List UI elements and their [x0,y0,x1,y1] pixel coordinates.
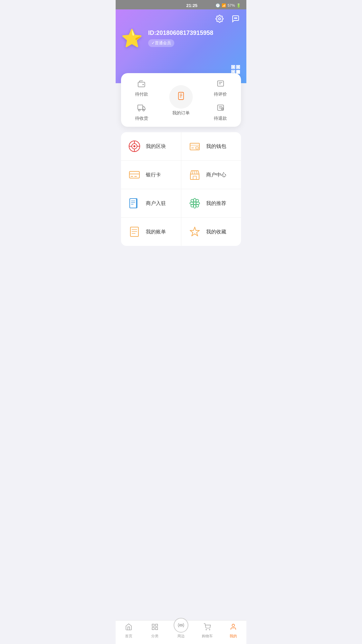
order-card: 待付款 待收货 [121,73,241,127]
pending-payment-label: 待付款 [135,91,148,97]
battery-label: 57% [228,3,235,7]
my-block-cell[interactable]: 我的区块 [121,132,181,160]
svg-rect-53 [130,199,136,208]
svg-point-1 [234,18,235,18]
order-right-items: 待评价 待退款 [214,80,227,121]
my-order-center[interactable]: 我的订单 [169,85,193,116]
pending-payment-item[interactable]: 待付款 [135,80,148,97]
member-badge-label: ✓普通会员 [152,40,171,46]
bank-card-label: 银行卡 [146,172,161,178]
svg-rect-15 [138,82,145,87]
bank-card-cell[interactable]: 银行卡 [121,161,181,189]
svg-rect-7 [233,66,234,68]
block-icon [128,140,141,153]
star2-icon [188,225,201,238]
merchant-center-label: 商户中心 [206,172,226,178]
svg-point-37 [133,145,135,147]
my-favorites-cell[interactable]: 我的收藏 [181,218,241,246]
my-block-label: 我的区块 [146,143,166,150]
member-badge: ✓普通会员 [148,39,174,47]
svg-point-59 [193,205,196,208]
menu-row-2: 银行卡 商户中心 [121,161,241,189]
card-icon [128,168,141,181]
merchant-center-cell[interactable]: 商户中心 [181,161,241,189]
svg-rect-9 [233,71,234,72]
message-button[interactable] [230,13,241,24]
avatar: ⭐ [121,30,143,47]
wallet2-icon [188,140,201,153]
svg-point-58 [193,199,196,202]
svg-rect-43 [129,173,139,175]
merchant-join-label: 商户入驻 [146,200,166,207]
svg-point-18 [138,109,140,111]
header-actions [121,13,241,24]
pending-refund-label: 待退款 [214,115,227,121]
svg-rect-11 [237,70,238,72]
svg-rect-12 [238,70,240,72]
svg-point-16 [143,84,143,85]
svg-point-3 [236,18,237,18]
truck-icon [137,104,145,114]
merchant-join-cell[interactable]: 商户入驻 [121,189,181,217]
pending-refund-item[interactable]: 待退款 [214,104,227,121]
wallet-icon [137,80,145,90]
order-left-items: 待付款 待收货 [135,80,148,121]
svg-rect-24 [218,81,224,86]
menu-row-1: 我的区块 我的钱包 [121,132,241,161]
svg-rect-20 [178,92,183,100]
order-list-icon [177,92,185,102]
pending-review-label: 待评价 [214,91,227,97]
my-bill-label: 我的账单 [146,229,166,235]
my-recommend-cell[interactable]: 我的推荐 [181,189,241,217]
status-bar: 21:25 🕐 📶 57% 🔋 [116,0,246,9]
svg-rect-39 [190,145,199,146]
menu-row-3: 商户入驻 我的推荐 [121,189,241,218]
my-wallet-cell[interactable]: 我的钱包 [181,132,241,160]
svg-rect-66 [130,227,138,236]
battery-icon: 🔋 [236,3,241,8]
svg-point-60 [190,202,193,205]
menu-row-4: 我的账单 我的收藏 [121,218,241,246]
review-icon [217,80,225,90]
user-details: ID:20180608173915958 ✓普通会员 [148,30,241,47]
store-icon [188,168,201,181]
clock-icon: 🕐 [216,3,220,8]
wifi-icon: 📶 [222,3,226,8]
settings-button[interactable] [214,13,225,24]
svg-rect-48 [193,176,196,179]
svg-rect-41 [196,147,198,149]
refund-icon [217,104,225,114]
flower-icon [188,197,201,210]
my-bill-cell[interactable]: 我的账单 [121,218,181,246]
menu-section: 我的区块 我的钱包 [121,132,241,246]
svg-point-61 [196,202,199,205]
my-order-label: 我的订单 [172,110,190,116]
svg-rect-17 [138,105,143,109]
user-id: ID:20180608173915958 [148,30,241,37]
pending-receipt-label: 待收货 [135,115,148,121]
doc-icon [128,197,141,210]
order-circle [169,85,193,109]
svg-rect-46 [190,174,199,179]
user-info: ⭐ ID:20180608173915958 ✓普通会员 [121,30,241,47]
svg-rect-8 [237,66,239,68]
my-wallet-label: 我的钱包 [206,143,226,150]
status-time: 21:25 [168,3,216,8]
pending-receipt-item[interactable]: 待收货 [135,104,148,121]
svg-point-2 [235,18,236,18]
pending-review-item[interactable]: 待评价 [214,80,227,97]
header-banner: ⭐ ID:20180608173915958 ✓普通会员 [116,9,246,83]
svg-rect-14 [238,72,240,73]
svg-point-19 [143,109,144,111]
status-icons: 🕐 📶 57% 🔋 [216,3,241,8]
svg-point-0 [219,18,221,20]
bill-icon [128,225,141,238]
my-favorites-label: 我的收藏 [206,229,226,235]
my-recommend-label: 我的推荐 [206,200,226,207]
